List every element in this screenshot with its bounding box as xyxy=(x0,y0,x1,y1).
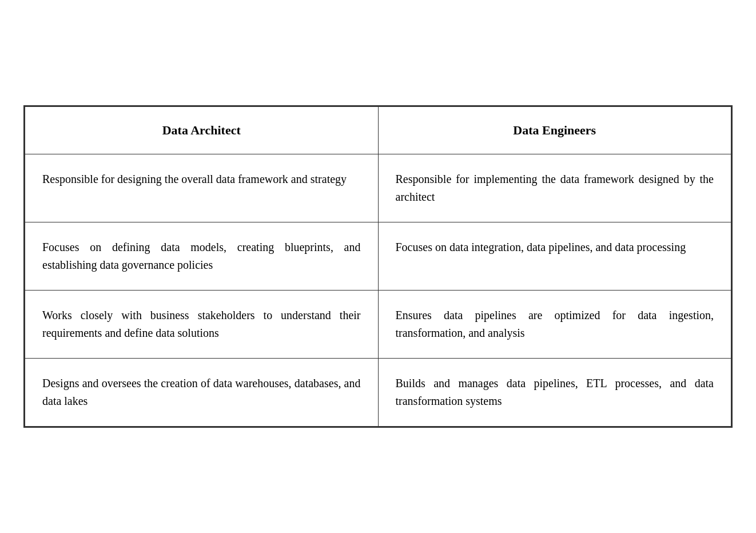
row-1-col2: Responsible for implementing the data fr… xyxy=(378,154,731,222)
comparison-table-wrapper: Data Architect Data Engineers Responsibl… xyxy=(23,105,733,428)
header-data-engineers: Data Engineers xyxy=(378,107,731,154)
row-3-col2: Ensures data pipelines are optimized for… xyxy=(378,291,731,359)
table-row: Works closely with business stakeholders… xyxy=(25,291,731,359)
row-4-col2: Builds and manages data pipelines, ETL p… xyxy=(378,359,731,427)
header-data-architect: Data Architect xyxy=(25,107,379,154)
row-4-col1: Designs and oversees the creation of dat… xyxy=(25,359,379,427)
comparison-table: Data Architect Data Engineers Responsibl… xyxy=(25,106,731,427)
row-3-col1: Works closely with business stakeholders… xyxy=(25,291,379,359)
table-row: Focuses on defining data models, creatin… xyxy=(25,222,731,291)
table-row: Designs and oversees the creation of dat… xyxy=(25,359,731,427)
table-row: Responsible for designing the overall da… xyxy=(25,154,731,222)
row-2-col2: Focuses on data integration, data pipeli… xyxy=(378,222,731,291)
header-row: Data Architect Data Engineers xyxy=(25,107,731,154)
row-1-col1: Responsible for designing the overall da… xyxy=(25,154,379,222)
row-2-col1: Focuses on defining data models, creatin… xyxy=(25,222,379,291)
